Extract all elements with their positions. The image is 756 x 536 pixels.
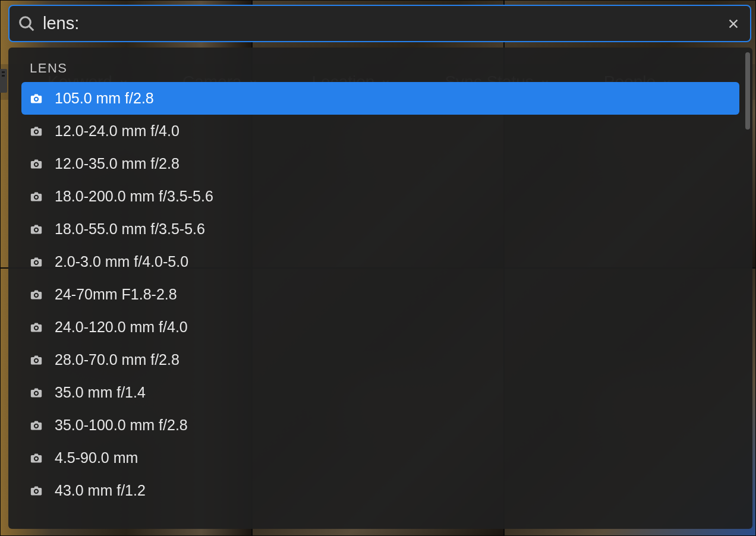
lens-option[interactable]: 24-70mm F1.8-2.8 (21, 278, 739, 311)
svg-line-1 (29, 26, 33, 30)
lens-option[interactable]: 35.0 mm f/1.4 (21, 376, 739, 409)
clear-search-button[interactable] (725, 15, 742, 32)
search-input[interactable] (43, 14, 725, 33)
lens-option[interactable]: 12.0-35.0 mm f/2.8 (21, 147, 739, 180)
lens-option-label: 24-70mm F1.8-2.8 (55, 286, 177, 303)
svg-point-0 (20, 17, 31, 27)
panel-handle[interactable] (0, 69, 7, 93)
lens-option-label: 18.0-55.0 mm f/3.5-5.6 (55, 220, 205, 238)
close-icon (727, 17, 740, 30)
lens-option[interactable]: 2.0-3.0 mm f/4.0-5.0 (21, 245, 739, 278)
lens-option-label: 43.0 mm f/1.2 (55, 482, 146, 499)
lens-option-label: 35.0 mm f/1.4 (55, 384, 146, 401)
lens-option[interactable]: 12.0-24.0 mm f/4.0 (21, 115, 739, 147)
camera-icon (30, 289, 43, 301)
camera-icon (30, 125, 43, 137)
camera-icon (30, 452, 43, 464)
lens-option-label: 24.0-120.0 mm f/4.0 (55, 319, 188, 336)
camera-icon (30, 321, 43, 333)
scrollbar-thumb[interactable] (745, 52, 750, 130)
lens-option-label: 4.5-90.0 mm (55, 449, 138, 466)
lens-option-label: 35.0-100.0 mm f/2.8 (55, 417, 188, 434)
camera-icon (30, 354, 43, 366)
lens-option-label: 2.0-3.0 mm f/4.0-5.0 (55, 253, 188, 270)
lens-option[interactable]: 4.5-90.0 mm (21, 442, 739, 474)
camera-icon (30, 256, 43, 268)
lens-option-label: 12.0-35.0 mm f/2.8 (55, 155, 179, 172)
camera-icon (30, 387, 43, 399)
lens-option-label: 28.0-70.0 mm f/2.8 (55, 351, 179, 368)
lens-option-label: 18.0-200.0 mm f/3.5-5.6 (55, 188, 213, 205)
lens-option[interactable]: 18.0-55.0 mm f/3.5-5.6 (21, 213, 739, 245)
search-icon (18, 15, 36, 33)
camera-icon (30, 420, 43, 431)
lens-option[interactable]: 105.0 mm f/2.8 (21, 82, 739, 115)
camera-icon (30, 485, 43, 497)
lens-option[interactable]: 43.0 mm f/1.2 (21, 474, 739, 507)
dropdown-list: 105.0 mm f/2.812.0-24.0 mm f/4.012.0-35.… (8, 80, 752, 507)
lens-option[interactable]: 24.0-120.0 mm f/4.0 (21, 311, 739, 343)
lens-option[interactable]: 35.0-100.0 mm f/2.8 (21, 409, 739, 442)
camera-icon (30, 223, 43, 235)
camera-icon (30, 93, 43, 105)
lens-option-label: 12.0-24.0 mm f/4.0 (55, 122, 179, 140)
lens-option[interactable]: 18.0-200.0 mm f/3.5-5.6 (21, 180, 739, 213)
camera-icon (30, 158, 43, 170)
lens-option-label: 105.0 mm f/2.8 (55, 90, 154, 107)
scrollbar-track[interactable] (745, 52, 750, 524)
lens-option[interactable]: 28.0-70.0 mm f/2.8 (21, 343, 739, 376)
dropdown-section-header: LENS (8, 48, 752, 80)
search-bar (8, 5, 751, 42)
camera-icon (30, 191, 43, 203)
search-suggestions-dropdown: LENS 105.0 mm f/2.812.0-24.0 mm f/4.012.… (8, 48, 752, 529)
